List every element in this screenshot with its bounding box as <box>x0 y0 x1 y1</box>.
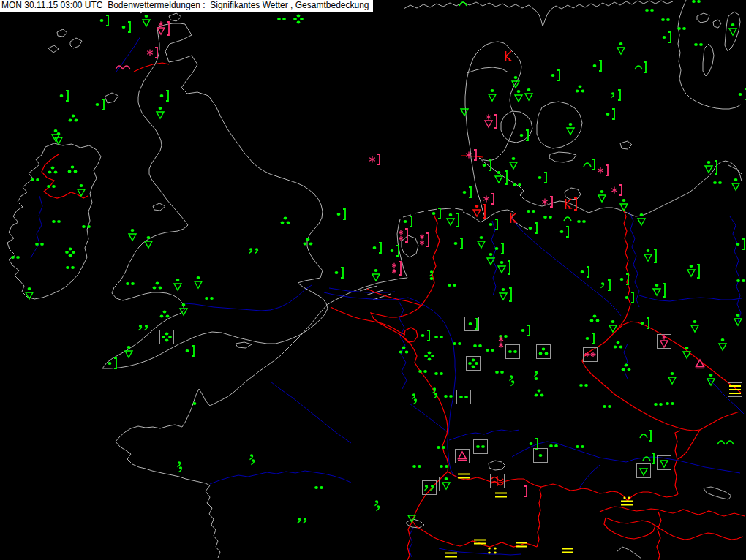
border-slovakia <box>700 412 739 430</box>
station-continuous-moderate-rain-icon <box>576 86 585 93</box>
station-rain-past-hour-icon <box>404 216 412 227</box>
station-shower-in-past-hour-bracket-icon <box>640 431 651 441</box>
station-rain-past-hour-icon <box>606 109 614 119</box>
coastline-hebrides-2 <box>57 29 67 37</box>
overcast-frame <box>506 345 520 359</box>
station-rain-shower-icon <box>510 157 517 169</box>
station-rain-past-hour-icon <box>551 70 560 80</box>
station-continuous-moderate-rain-icon <box>590 315 600 322</box>
station-rain-shower-icon <box>620 199 628 211</box>
station-moderate-drizzle-icon <box>412 393 417 404</box>
station-drizzle-icon <box>423 481 437 495</box>
overcast-frame <box>457 390 471 404</box>
coastline-baltic-south <box>479 158 742 216</box>
station-continuous-slight-rain-icon <box>661 18 670 21</box>
station-continuous-slight-rain-icon <box>603 405 611 408</box>
station-rain-dot-icon <box>193 402 197 405</box>
station-rain-shower-past-hour-icon <box>653 284 665 297</box>
lake-constance <box>489 461 505 470</box>
station-continuous-slight-rain-icon <box>645 9 654 12</box>
coastline-hebrides-1 <box>70 38 82 48</box>
station-continuous-slight-rain-icon <box>499 335 508 338</box>
station-snow-past-hour-icon <box>542 197 552 207</box>
title-text: MON 30.11.15 03:00 UTC Bodenwettermeldun… <box>1 0 369 10</box>
coastline-isle-of-man <box>153 203 165 211</box>
station-rain-shower-icon <box>567 123 574 135</box>
station-rain-shower-icon <box>515 90 522 102</box>
station-thunderstorm-icon <box>506 51 513 61</box>
station-continuous-slight-rain-icon <box>577 220 586 223</box>
station-rain-past-hour-icon <box>421 330 429 341</box>
border-austria-hungary <box>674 431 680 494</box>
weather-map-screen: MON 30.11.15 03:00 UTC Bodenwettermeldun… <box>0 0 746 560</box>
station-rain-shower-icon <box>143 15 150 26</box>
station-continuous-heavy-rain-icon <box>160 330 174 344</box>
station-rain-shower-icon <box>691 320 698 332</box>
station-moderate-drizzle-icon <box>374 500 380 510</box>
coastline-wadden-3 <box>428 209 437 211</box>
station-continuous-slight-rain-icon <box>549 444 558 447</box>
river-san <box>707 378 744 414</box>
station-shower-in-past-hour-bracket-icon <box>635 62 646 72</box>
coastline-lolland <box>549 152 576 162</box>
station-snow-shower-icon <box>658 334 671 348</box>
coastline-elbe-estuary <box>486 210 528 230</box>
station-continuous-slight-rain-icon <box>654 403 663 406</box>
coastline-wadden-5 <box>455 208 463 210</box>
coastline-zealand <box>537 102 582 148</box>
station-continuous-slight-rain-icon <box>437 446 445 449</box>
station-weather-past-hour-bracket-icon <box>524 486 527 496</box>
station-continuous-slight-rain-icon <box>205 297 214 300</box>
station-rain-shower-icon <box>157 107 164 118</box>
station-drizzle-past-hour-icon <box>600 280 610 290</box>
coastline-limfjord <box>467 67 508 73</box>
border-switzerland-south <box>412 472 537 547</box>
station-rain-past-hour-icon <box>736 239 745 249</box>
station-rain-past-hour-icon <box>586 333 594 344</box>
river-oder <box>629 212 639 307</box>
station-rain-shower-icon <box>440 477 453 491</box>
station-continuous-slight-rain-icon <box>692 0 701 3</box>
border-austria-italy <box>537 487 541 547</box>
station-rain-shower-icon <box>174 279 181 290</box>
station-rain-past-hour-icon <box>108 358 116 368</box>
station-rain-shower-icon <box>729 23 736 35</box>
station-rain-past-hour-icon <box>739 89 746 99</box>
station-rain-shower-icon <box>668 372 676 384</box>
border-west-germany <box>371 214 448 472</box>
station-continuous-slight-rain-icon <box>495 371 504 374</box>
station-rain-shower-icon <box>180 303 187 315</box>
station-continuous-slight-rain-icon <box>486 349 494 352</box>
station-continuous-snow-icon <box>499 337 503 348</box>
station-hail-shower-icon <box>456 450 470 463</box>
border-austria-czech-link <box>678 430 700 459</box>
station-mist-icon <box>562 549 573 553</box>
station-continuous-slight-rain-icon <box>527 210 535 213</box>
station-rain-shower-icon <box>617 42 625 54</box>
border-germany-austria <box>524 479 678 501</box>
river-vltava <box>624 344 628 379</box>
station-continuous-slight-rain-icon <box>440 465 448 468</box>
station-continuous-moderate-rain-icon <box>281 217 290 224</box>
surface-weather-map <box>0 0 746 560</box>
station-shower-in-past-hour-icon <box>564 217 571 221</box>
station-continuous-slight-rain-icon <box>418 370 427 373</box>
station-rain-shower-past-hour-icon <box>687 265 699 278</box>
station-snow-past-hour-icon <box>611 185 622 195</box>
station-rain-past-hour-icon <box>663 32 671 42</box>
station-rain-past-hour-icon <box>186 346 194 356</box>
coastline-oland <box>703 44 714 76</box>
station-rain-shower-icon <box>372 269 380 281</box>
borders-layer <box>42 63 745 560</box>
station-moderate-snow-past-hour-icon <box>420 233 429 246</box>
station-snow-shower-past-hour-icon <box>485 114 497 128</box>
station-continuous-moderate-rain-icon <box>160 311 170 318</box>
station-continuous-slight-rain-icon <box>52 220 61 223</box>
station-continuous-slight-rain-icon <box>677 27 686 30</box>
coastline-orkney <box>169 13 181 21</box>
station-continuous-slight-rain-icon <box>66 266 75 269</box>
coastline-france-north <box>116 305 327 558</box>
coastline-norway <box>404 1 673 26</box>
station-rain-shower-icon <box>525 88 532 100</box>
river-seine <box>271 382 351 443</box>
